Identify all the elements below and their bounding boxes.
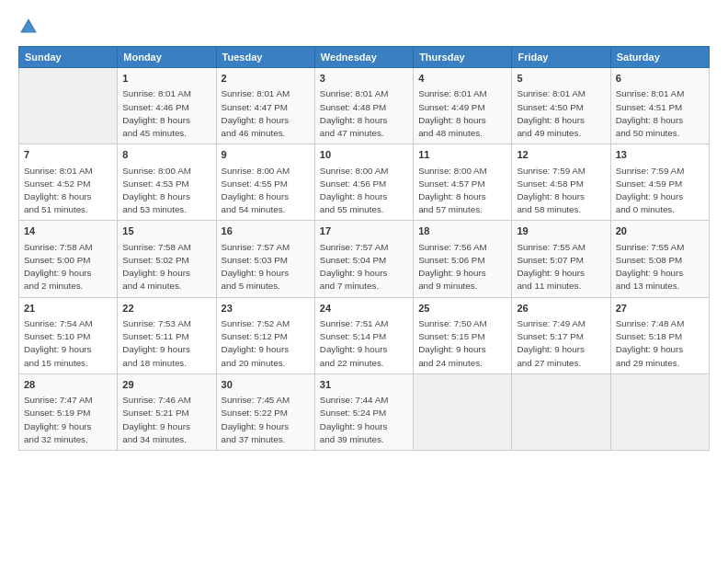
- day-number: 13: [616, 148, 704, 162]
- calendar-table: SundayMondayTuesdayWednesdayThursdayFrid…: [18, 46, 710, 451]
- week-row-1: 1Sunrise: 8:01 AMSunset: 4:46 PMDaylight…: [19, 68, 710, 144]
- day-number: 14: [24, 224, 112, 238]
- calendar-cell: 24Sunrise: 7:51 AMSunset: 5:14 PMDayligh…: [314, 297, 413, 373]
- logo: [18, 17, 42, 37]
- calendar-cell: 13Sunrise: 7:59 AMSunset: 4:59 PMDayligh…: [610, 144, 709, 221]
- page-header: [18, 17, 710, 37]
- day-info: Sunrise: 8:00 AMSunset: 4:53 PMDaylight:…: [122, 165, 210, 217]
- calendar-cell: 10Sunrise: 8:00 AMSunset: 4:56 PMDayligh…: [314, 144, 413, 221]
- day-number: 29: [122, 378, 210, 392]
- day-number: 4: [418, 72, 506, 86]
- calendar-cell: [512, 373, 610, 450]
- day-number: 15: [122, 224, 210, 238]
- day-info: Sunrise: 7:57 AMSunset: 5:03 PMDaylight:…: [222, 241, 310, 293]
- day-info: Sunrise: 7:56 AMSunset: 5:06 PMDaylight:…: [418, 241, 506, 293]
- day-number: 27: [616, 302, 704, 316]
- day-info: Sunrise: 7:58 AMSunset: 5:00 PMDaylight:…: [24, 241, 112, 293]
- header-wednesday: Wednesday: [314, 47, 413, 68]
- day-number: 23: [222, 302, 310, 316]
- calendar-cell: 17Sunrise: 7:57 AMSunset: 5:04 PMDayligh…: [314, 221, 413, 297]
- calendar-cell: 2Sunrise: 8:01 AMSunset: 4:47 PMDaylight…: [216, 68, 314, 144]
- header-tuesday: Tuesday: [216, 47, 314, 68]
- header-monday: Monday: [118, 47, 216, 68]
- day-info: Sunrise: 7:59 AMSunset: 4:59 PMDaylight:…: [616, 165, 704, 217]
- calendar-cell: 1Sunrise: 8:01 AMSunset: 4:46 PMDaylight…: [118, 68, 216, 144]
- day-number: 25: [418, 302, 506, 316]
- calendar-cell: 9Sunrise: 8:00 AMSunset: 4:55 PMDaylight…: [216, 144, 314, 221]
- calendar-cell: 29Sunrise: 7:46 AMSunset: 5:21 PMDayligh…: [118, 373, 216, 450]
- calendar-cell: 15Sunrise: 7:58 AMSunset: 5:02 PMDayligh…: [118, 221, 216, 297]
- day-info: Sunrise: 7:51 AMSunset: 5:14 PMDaylight:…: [320, 317, 408, 370]
- day-number: 5: [517, 72, 605, 86]
- day-info: Sunrise: 7:45 AMSunset: 5:22 PMDaylight:…: [222, 394, 310, 446]
- calendar-cell: 20Sunrise: 7:55 AMSunset: 5:08 PMDayligh…: [610, 221, 709, 297]
- logo-icon: [18, 17, 39, 37]
- header-sunday: Sunday: [19, 47, 118, 68]
- week-row-2: 7Sunrise: 8:01 AMSunset: 4:52 PMDaylight…: [19, 144, 710, 221]
- day-info: Sunrise: 7:58 AMSunset: 5:02 PMDaylight:…: [122, 241, 210, 293]
- day-info: Sunrise: 8:00 AMSunset: 4:57 PMDaylight:…: [418, 165, 506, 217]
- day-number: 3: [320, 72, 408, 86]
- calendar-cell: 4Sunrise: 8:01 AMSunset: 4:49 PMDaylight…: [414, 68, 512, 144]
- calendar-cell: 6Sunrise: 8:01 AMSunset: 4:51 PMDaylight…: [610, 68, 709, 144]
- calendar-cell: 14Sunrise: 7:58 AMSunset: 5:00 PMDayligh…: [19, 221, 118, 297]
- calendar-cell: [610, 373, 709, 450]
- calendar-cell: 5Sunrise: 8:01 AMSunset: 4:50 PMDaylight…: [512, 68, 610, 144]
- day-info: Sunrise: 7:55 AMSunset: 5:08 PMDaylight:…: [616, 241, 704, 293]
- day-number: 1: [122, 72, 210, 86]
- day-info: Sunrise: 8:01 AMSunset: 4:47 PMDaylight:…: [222, 87, 310, 140]
- day-info: Sunrise: 7:53 AMSunset: 5:11 PMDaylight:…: [122, 317, 210, 370]
- week-row-4: 21Sunrise: 7:54 AMSunset: 5:10 PMDayligh…: [19, 297, 710, 373]
- day-number: 21: [24, 302, 112, 316]
- day-info: Sunrise: 8:00 AMSunset: 4:55 PMDaylight:…: [222, 165, 310, 217]
- calendar-cell: 22Sunrise: 7:53 AMSunset: 5:11 PMDayligh…: [118, 297, 216, 373]
- calendar-cell: 16Sunrise: 7:57 AMSunset: 5:03 PMDayligh…: [216, 221, 314, 297]
- day-number: 9: [222, 148, 310, 162]
- day-number: 30: [222, 378, 310, 392]
- calendar-cell: 25Sunrise: 7:50 AMSunset: 5:15 PMDayligh…: [414, 297, 512, 373]
- day-info: Sunrise: 8:01 AMSunset: 4:46 PMDaylight:…: [122, 87, 210, 140]
- day-info: Sunrise: 7:48 AMSunset: 5:18 PMDaylight:…: [616, 317, 704, 370]
- week-row-3: 14Sunrise: 7:58 AMSunset: 5:00 PMDayligh…: [19, 221, 710, 297]
- day-number: 28: [24, 378, 112, 392]
- calendar-cell: 19Sunrise: 7:55 AMSunset: 5:07 PMDayligh…: [512, 221, 610, 297]
- calendar-cell: [19, 68, 118, 144]
- calendar-cell: 26Sunrise: 7:49 AMSunset: 5:17 PMDayligh…: [512, 297, 610, 373]
- week-row-5: 28Sunrise: 7:47 AMSunset: 5:19 PMDayligh…: [19, 373, 710, 450]
- calendar-cell: 21Sunrise: 7:54 AMSunset: 5:10 PMDayligh…: [19, 297, 118, 373]
- calendar-cell: 23Sunrise: 7:52 AMSunset: 5:12 PMDayligh…: [216, 297, 314, 373]
- day-info: Sunrise: 7:57 AMSunset: 5:04 PMDaylight:…: [320, 241, 408, 293]
- day-number: 26: [517, 302, 605, 316]
- header-friday: Friday: [512, 47, 610, 68]
- day-number: 6: [616, 72, 704, 86]
- calendar-cell: 18Sunrise: 7:56 AMSunset: 5:06 PMDayligh…: [414, 221, 512, 297]
- day-number: 17: [320, 224, 408, 238]
- header-thursday: Thursday: [414, 47, 512, 68]
- day-info: Sunrise: 8:01 AMSunset: 4:50 PMDaylight:…: [517, 87, 605, 140]
- day-number: 19: [517, 224, 605, 238]
- day-info: Sunrise: 8:01 AMSunset: 4:52 PMDaylight:…: [24, 165, 112, 217]
- day-info: Sunrise: 8:01 AMSunset: 4:49 PMDaylight:…: [418, 87, 506, 140]
- day-info: Sunrise: 7:49 AMSunset: 5:17 PMDaylight:…: [517, 317, 605, 370]
- day-info: Sunrise: 7:55 AMSunset: 5:07 PMDaylight:…: [517, 241, 605, 293]
- day-info: Sunrise: 8:01 AMSunset: 4:51 PMDaylight:…: [616, 87, 704, 140]
- day-number: 31: [320, 378, 408, 392]
- day-number: 11: [418, 148, 506, 162]
- calendar-cell: 8Sunrise: 8:00 AMSunset: 4:53 PMDaylight…: [118, 144, 216, 221]
- day-info: Sunrise: 7:50 AMSunset: 5:15 PMDaylight:…: [418, 317, 506, 370]
- day-number: 7: [24, 148, 112, 162]
- day-info: Sunrise: 7:59 AMSunset: 4:58 PMDaylight:…: [517, 165, 605, 217]
- day-info: Sunrise: 7:46 AMSunset: 5:21 PMDaylight:…: [122, 394, 210, 446]
- day-number: 18: [418, 224, 506, 238]
- day-info: Sunrise: 8:01 AMSunset: 4:48 PMDaylight:…: [320, 87, 408, 140]
- day-number: 24: [320, 302, 408, 316]
- day-number: 12: [517, 148, 605, 162]
- calendar-cell: 28Sunrise: 7:47 AMSunset: 5:19 PMDayligh…: [19, 373, 118, 450]
- day-number: 2: [222, 72, 310, 86]
- calendar-cell: 31Sunrise: 7:44 AMSunset: 5:24 PMDayligh…: [314, 373, 413, 450]
- day-number: 22: [122, 302, 210, 316]
- day-info: Sunrise: 8:00 AMSunset: 4:56 PMDaylight:…: [320, 165, 408, 217]
- day-number: 20: [616, 224, 704, 238]
- day-info: Sunrise: 7:54 AMSunset: 5:10 PMDaylight:…: [24, 317, 112, 370]
- day-number: 16: [222, 224, 310, 238]
